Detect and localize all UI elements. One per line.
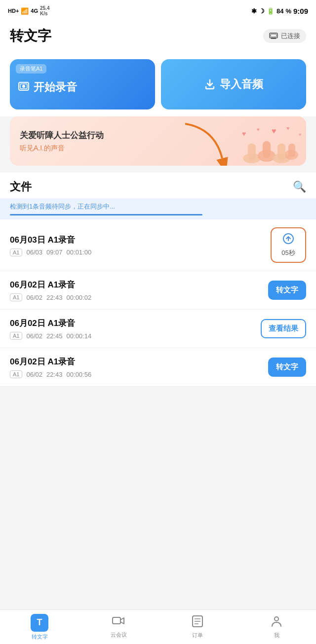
svg-rect-15 [248,143,256,161]
file-info: 06月02日 A1录音 A1 06/02 22:45 00:00:14 [10,318,255,340]
sync-notification: 检测到1条音频待同步，正在同步中... [0,198,316,219]
orange-arrow [180,119,230,166]
status-left: HD+ 📶 4G 25.4K/s [8,5,49,16]
svg-text:♥: ♥ [286,125,290,131]
transcribe-button[interactable]: 转文字 [268,358,306,377]
transcribe-button[interactable]: 转文字 [268,281,306,300]
file-action[interactable]: 查看结果 [261,319,306,338]
file-date: 06/02 [26,371,42,378]
svg-rect-18 [288,143,295,157]
file-time: 22:43 [46,294,63,301]
table-row: 06月02日 A1录音 A1 06/02 22:43 00:00:56 转文字 [0,348,316,387]
file-name: 06月02日 A1录音 [10,318,255,329]
import-icon [204,78,216,90]
svg-rect-21 [113,617,120,624]
file-name: 06月02日 A1录音 [10,356,262,367]
page-title: 转文字 [10,27,51,45]
profile-nav-label: 我 [274,632,279,639]
file-time: 22:43 [46,371,63,378]
svg-point-26 [275,617,278,621]
orders-nav-icon [192,615,203,630]
camera-icon [112,616,125,627]
upload-arrow-icon [282,233,294,245]
file-action[interactable]: 05秒 [271,227,306,263]
promo-banner[interactable]: 关爱听障人士公益行动 听见A.I.的声音 ♥ ♥ ♥ ♥ ♥ [10,116,306,166]
file-date: 06/02 [26,332,42,340]
svg-text:♥: ♥ [299,132,301,137]
table-row: 06月02日 A1录音 A1 06/02 22:43 00:00:02 转文字 [0,271,316,310]
svg-point-5 [22,85,25,88]
meeting-nav-icon [112,616,125,630]
file-info: 06月03日 A1录音 A1 06/03 09:07 00:01:00 [10,234,265,256]
svg-rect-16 [263,141,271,158]
connected-status: 已连接 [263,29,306,43]
moon-icon: ☽ [259,7,265,15]
record-label: 开始录音 [18,80,147,95]
view-result-button[interactable]: 查看结果 [261,319,306,338]
device-icon [269,33,278,39]
sync-message: 检测到1条音频待同步，正在同步中... [10,203,115,210]
file-duration: 00:01:00 [67,249,92,256]
carrier-label: HD+ [8,8,19,14]
battery-level: 84 [276,7,283,15]
file-date: 06/03 [26,249,42,256]
bottom-nav: T 转文字 云会议 订单 我 [0,609,316,644]
orders-icon [192,615,203,627]
file-device-tag: A1 [10,249,22,256]
upload-button[interactable]: 05秒 [271,227,306,263]
page-header: 转文字 已连接 [0,22,316,52]
bluetooth-icon: ✱ [251,7,257,15]
files-title: 文件 [10,179,32,194]
banner-text: 关爱听障人士公益行动 听见A.I.的声音 [10,122,114,161]
hands-svg: ♥ ♥ ♥ ♥ ♥ [227,116,306,166]
nav-item-profile[interactable]: 我 [237,610,316,644]
file-list: 06月03日 A1录音 A1 06/03 09:07 00:01:00 [0,219,316,387]
file-name: 06月02日 A1录音 [10,279,262,290]
sync-progress [10,214,202,215]
search-icon[interactable]: 🔍 [293,180,306,193]
svg-text:♥: ♥ [242,130,246,138]
battery-icon: 🔋 [267,7,275,15]
table-row: 06月03日 A1录音 A1 06/03 09:07 00:01:00 [0,219,316,271]
svg-rect-1 [271,38,276,39]
start-record-button[interactable]: 录音笔A1 开始录音 [10,59,155,109]
meeting-nav-label: 云会议 [111,631,127,639]
nav-item-meeting[interactable]: 云会议 [79,610,158,644]
file-meta: A1 06/02 22:43 00:00:02 [10,293,262,301]
action-row: 录音笔A1 开始录音 导入音频 [0,52,316,116]
table-row: 06月02日 A1录音 A1 06/02 22:45 00:00:14 查看结果 [0,310,316,348]
file-time: 22:45 [46,332,63,340]
file-name: 06月03日 A1录音 [10,234,265,246]
transcribe-nav-icon: T [31,614,48,632]
file-info: 06月02日 A1录音 A1 06/02 22:43 00:00:56 [10,356,262,378]
file-duration: 00:00:56 [67,371,92,378]
person-icon [271,615,282,627]
signal-icon: 📶 [21,7,29,15]
file-meta: A1 06/02 22:43 00:00:56 [10,370,262,378]
transcribe-nav-label: 转文字 [32,633,48,641]
file-date: 06/02 [26,294,42,301]
nav-item-orders[interactable]: 订单 [158,610,237,644]
upload-seconds-label: 05秒 [281,249,295,257]
svg-rect-2 [271,34,276,37]
file-action[interactable]: 转文字 [268,281,306,300]
import-label: 导入音频 [204,77,263,92]
svg-rect-17 [277,143,285,161]
file-meta: A1 06/02 22:45 00:00:14 [10,332,255,340]
profile-nav-icon [271,615,282,630]
nav-item-transcribe[interactable]: T 转文字 [0,610,79,644]
record-tag: 录音笔A1 [16,64,46,73]
file-device-tag: A1 [10,332,22,340]
import-audio-button[interactable]: 导入音频 [161,59,306,109]
network-label: 4G [31,8,38,14]
time-display: 9:09 [293,7,308,15]
file-action[interactable]: 转文字 [268,358,306,377]
file-device-tag: A1 [10,370,22,378]
file-time: 09:07 [46,249,63,256]
banner-subtitle: 听见A.I.的声音 [20,144,104,153]
file-duration: 00:00:14 [67,332,92,340]
orders-nav-label: 订单 [192,632,203,639]
file-duration: 00:00:02 [67,294,92,301]
connected-label: 已连接 [281,32,300,40]
file-info: 06月02日 A1录音 A1 06/02 22:43 00:00:02 [10,279,262,301]
